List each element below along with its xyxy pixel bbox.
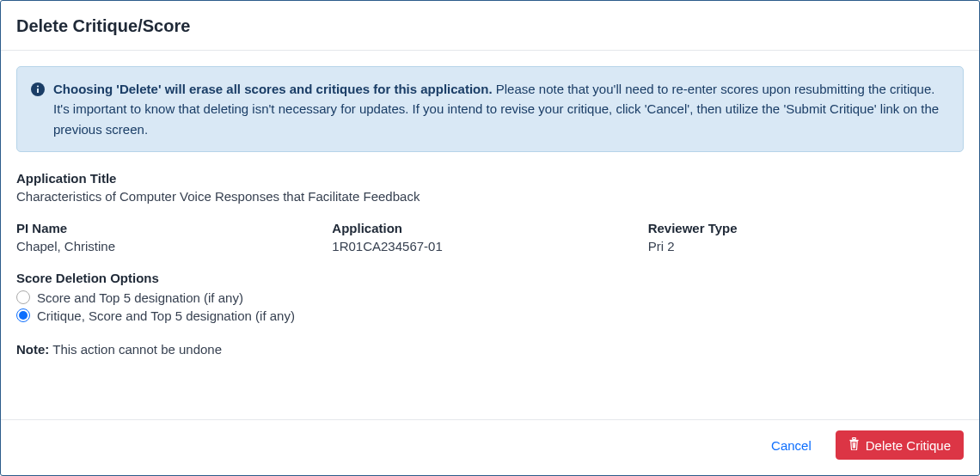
score-deletion-options: Score and Top 5 designation (if any) Cri… [16,290,964,323]
reviewer-type-label: Reviewer Type [648,221,964,235]
note-line: Note: This action cannot be undone [16,342,964,357]
modal-title: Delete Critique/Score [16,16,964,36]
reviewer-type-value: Pri 2 [648,239,964,253]
note-label: Note: [16,342,49,357]
pi-name-value: Chapel, Christine [16,239,332,253]
alert-strong: Choosing 'Delete' will erase all scores … [53,82,493,96]
modal-header: Delete Critique/Score [1,1,979,51]
radio-option-critique-score-top5[interactable]: Critique, Score and Top 5 designation (i… [16,308,964,323]
cancel-button[interactable]: Cancel [764,433,818,458]
radio-option-score-top5[interactable]: Score and Top 5 designation (if any) [16,290,964,305]
application-block: Application 1R01CA234567-01 [332,221,647,253]
application-value: 1R01CA234567-01 [332,239,647,253]
delete-critique-modal: Delete Critique/Score Choosing 'Delete' … [0,0,980,476]
svg-rect-1 [37,88,39,93]
app-title-label: Application Title [16,171,964,186]
note-text: This action cannot be undone [49,342,222,357]
svg-rect-3 [849,440,858,441]
delete-critique-label: Delete Critique [866,438,951,453]
svg-rect-4 [852,438,855,440]
application-label: Application [332,221,647,235]
trash-icon [848,437,860,453]
score-deletion-label: Score Deletion Options [16,271,964,285]
modal-body: Choosing 'Delete' will erase all scores … [1,51,979,419]
svg-point-2 [37,85,39,87]
modal-footer: Cancel Delete Critique [1,419,979,475]
radio-input-critique-score-top5[interactable] [16,308,30,322]
app-title-block: Application Title Characteristics of Com… [16,171,964,204]
reviewer-type-block: Reviewer Type Pri 2 [648,221,964,253]
radio-input-score-top5[interactable] [16,290,30,304]
radio-label-critique-score-top5: Critique, Score and Top 5 designation (i… [37,308,295,323]
pi-name-label: PI Name [16,221,332,235]
alert-text: Choosing 'Delete' will erase all scores … [53,79,949,139]
radio-label-score-top5: Score and Top 5 designation (if any) [37,290,243,305]
details-row: PI Name Chapel, Christine Application 1R… [16,221,964,253]
app-title-value: Characteristics of Computer Voice Respon… [16,189,964,204]
pi-name-block: PI Name Chapel, Christine [16,221,332,253]
info-circle-icon [31,82,45,101]
info-alert: Choosing 'Delete' will erase all scores … [16,66,964,152]
delete-critique-button[interactable]: Delete Critique [836,430,964,460]
